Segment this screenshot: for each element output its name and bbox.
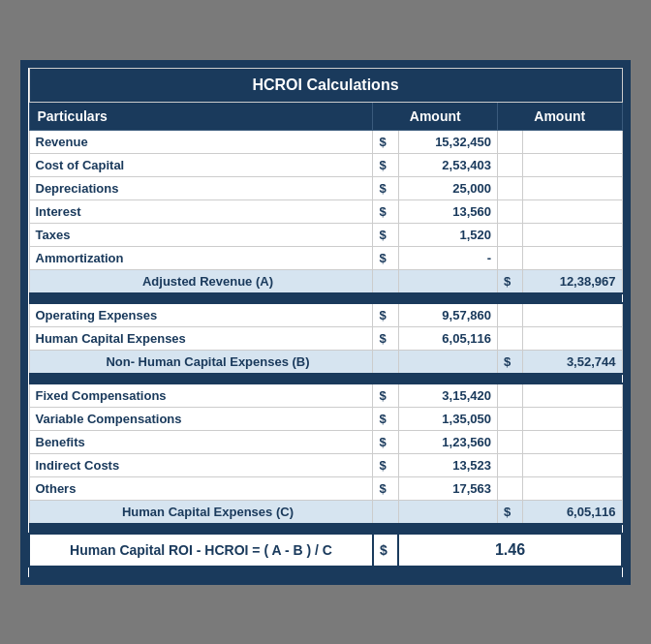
table-row: Depreciations $ 25,000	[29, 176, 622, 199]
table-row: Interest $ 13,560	[29, 199, 622, 223]
table-row: Benefits $ 1,23,560	[29, 430, 622, 453]
table-row: Fixed Compensations $ 3,15,420	[29, 383, 622, 408]
table-row: Revenue $ 15,32,450	[29, 130, 622, 153]
header-amount1: Amount	[373, 102, 498, 130]
table-row: Variable Compensations $ 1,35,050	[29, 407, 622, 430]
bottom-row	[29, 567, 622, 576]
subtotal-row-1: Adjusted Revenue (A) $ 12,38,967	[29, 269, 622, 293]
table-row: Operating Expenses $ 9,57,860	[29, 303, 622, 327]
separator-row	[29, 293, 622, 303]
subtotal-row-3: Human Capital Expenses (C) $ 6,05,116	[29, 500, 622, 524]
table-title: HCROI Calculations	[29, 68, 622, 102]
final-row: Human Capital ROI - HCROI = ( A - B ) / …	[29, 534, 622, 567]
header-particulars: Particulars	[29, 102, 373, 130]
subtotal-row-2: Non- Human Capital Expenses (B) $ 3,52,7…	[29, 350, 622, 374]
separator-row	[29, 524, 622, 534]
table-row: Taxes $ 1,520	[29, 223, 622, 246]
hcroi-table: HCROI Calculations Particulars Amount Am…	[28, 68, 623, 577]
table-row: Human Capital Expenses $ 6,05,116	[29, 326, 622, 350]
table-wrapper: HCROI Calculations Particulars Amount Am…	[20, 60, 631, 585]
table-row: Indirect Costs $ 13,523	[29, 453, 622, 476]
table-row: Others $ 17,563	[29, 476, 622, 500]
header-amount2: Amount	[497, 102, 622, 130]
table-row: Cost of Capital $ 2,53,403	[29, 153, 622, 176]
table-row: Ammortization $ -	[29, 246, 622, 269]
separator-row	[29, 374, 622, 383]
